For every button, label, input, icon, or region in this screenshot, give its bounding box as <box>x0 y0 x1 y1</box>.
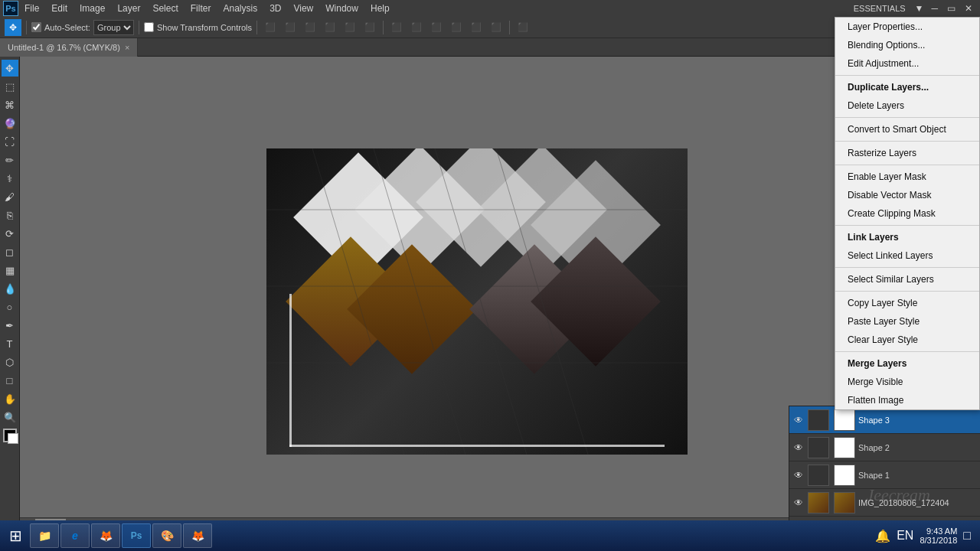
workspace-dropdown[interactable]: ▼ <box>912 3 927 14</box>
auto-select-dropdown[interactable]: Group Layer <box>93 20 134 35</box>
brush-tool[interactable]: 🖌 <box>2 188 18 205</box>
menu-layer[interactable]: Layer <box>111 2 146 15</box>
layer-eye-shape2[interactable]: 👁 <box>792 442 805 453</box>
transform-controls-checkbox[interactable] <box>144 22 154 32</box>
menu-image[interactable]: Image <box>74 2 111 15</box>
hand-tool[interactable]: ✋ <box>2 390 18 407</box>
taskbar-file-explorer[interactable]: 📁 <box>30 523 59 548</box>
heal-tool[interactable]: ⚕ <box>2 170 18 187</box>
quick-select-tool[interactable]: 🔮 <box>2 115 18 132</box>
sep3 <box>256 21 257 34</box>
align-center-btn[interactable]: ⬛ <box>282 21 299 34</box>
ctx-blending-options[interactable]: Blending Options... <box>835 36 979 54</box>
foreground-color[interactable] <box>3 429 17 442</box>
gradient-tool[interactable]: ▦ <box>2 262 18 279</box>
ctx-copy-layer-style[interactable]: Copy Layer Style <box>835 294 979 312</box>
clone-tool[interactable]: ⎘ <box>2 207 18 223</box>
taskbar-app5[interactable]: 🦊 <box>183 523 212 548</box>
menu-help[interactable]: Help <box>364 2 396 15</box>
taskbar-firefox[interactable]: 🦊 <box>91 523 120 548</box>
ctx-select-linked-layers[interactable]: Select Linked Layers <box>835 246 979 265</box>
layer-row-shape3[interactable]: 👁 Shape 3 <box>789 406 980 434</box>
distribute-h-btn[interactable]: ⬛ <box>388 21 405 34</box>
eraser-tool[interactable]: ◻ <box>2 243 18 260</box>
path-tool[interactable]: ⬡ <box>2 354 18 370</box>
distribute-3-btn[interactable]: ⬛ <box>428 21 445 34</box>
layer-name-shape1: Shape 1 <box>858 471 977 480</box>
align-right-btn[interactable]: ⬛ <box>302 21 318 34</box>
align-left-btn[interactable]: ⬛ <box>262 21 279 34</box>
crop-tool[interactable]: ⛶ <box>2 133 18 150</box>
history-brush[interactable]: ⟳ <box>2 225 18 242</box>
ctx-delete-layers[interactable]: Delete Layers <box>835 96 979 115</box>
ctx-create-clipping-mask[interactable]: Create Clipping Mask <box>835 204 979 223</box>
language-icon[interactable]: EN <box>897 529 913 543</box>
ctx-merge-visible[interactable]: Merge Visible <box>835 373 979 391</box>
menu-filter[interactable]: Filter <box>185 2 217 15</box>
blur-tool[interactable]: 💧 <box>2 280 18 297</box>
menu-file[interactable]: File <box>18 2 45 15</box>
distribute-v-btn[interactable]: ⬛ <box>408 21 425 34</box>
eyedropper-tool[interactable]: ✏ <box>2 152 18 168</box>
taskbar-photoshop[interactable]: Ps <box>122 523 151 548</box>
layer-eye-shape3[interactable]: 👁 <box>792 415 805 425</box>
ctx-rasterize-layers[interactable]: Rasterize Layers <box>835 144 979 162</box>
ctx-disable-vector-mask[interactable]: Disable Vector Mask <box>835 186 979 204</box>
selection-tool[interactable]: ⬚ <box>2 78 18 95</box>
ctx-duplicate-layers[interactable]: Duplicate Layers... <box>835 78 979 96</box>
arrange-btn[interactable]: ⬛ <box>514 21 531 34</box>
ctx-flatten-image[interactable]: Flatten Image <box>835 391 979 409</box>
notification-icon[interactable]: 🔔 <box>875 529 890 543</box>
text-tool[interactable]: T <box>2 335 18 352</box>
pen-tool[interactable]: ✒ <box>2 317 18 334</box>
photoshop-taskbar-icon: Ps <box>129 528 144 543</box>
sep5 <box>509 21 510 34</box>
ctx-sep1 <box>835 75 979 76</box>
start-button[interactable]: ⊞ <box>3 523 28 548</box>
window-minimize[interactable]: ─ <box>926 3 942 14</box>
workspace-label[interactable]: ESSENTIALS <box>848 4 912 13</box>
align-middle-btn[interactable]: ⬛ <box>341 21 358 34</box>
ctx-convert-smart-object[interactable]: Convert to Smart Object <box>835 120 979 139</box>
show-desktop-icon[interactable]: □ <box>963 529 971 543</box>
ctx-select-similar-layers[interactable]: Select Similar Layers <box>835 270 979 289</box>
menu-bar: Ps File Edit Image Layer Select Filter A… <box>0 0 980 17</box>
tab-close-btn[interactable]: × <box>125 43 129 52</box>
window-restore[interactable]: ▭ <box>942 3 960 14</box>
ctx-enable-layer-mask[interactable]: Enable Layer Mask <box>835 168 979 186</box>
layer-row-shape2[interactable]: 👁 Shape 2 <box>789 434 980 461</box>
ctx-edit-adjustment[interactable]: Edit Adjustment... <box>835 54 979 73</box>
layer-row-shape1[interactable]: 👁 Shape 1 <box>789 461 980 489</box>
distribute-5-btn[interactable]: ⬛ <box>468 21 485 34</box>
menu-3d[interactable]: 3D <box>263 2 287 15</box>
taskbar-edge[interactable]: e <box>60 523 90 548</box>
align-bottom-btn[interactable]: ⬛ <box>361 21 378 34</box>
layer-eye-shape1[interactable]: 👁 <box>792 470 805 481</box>
menu-edit[interactable]: Edit <box>45 2 74 15</box>
distribute-4-btn[interactable]: ⬛ <box>448 21 465 34</box>
ctx-link-layers[interactable]: Link Layers <box>835 228 979 246</box>
ctx-merge-layers[interactable]: Merge Layers <box>835 354 979 373</box>
menu-analysis[interactable]: Analysis <box>217 2 263 15</box>
taskbar-right: 🔔 EN 9:43 AM 8/31/2018 □ <box>875 527 977 545</box>
align-top-btn[interactable]: ⬛ <box>322 21 338 34</box>
layer-row-img[interactable]: 👁 IMG_20180806_172404 <box>789 489 980 517</box>
zoom-tool[interactable]: 🔍 <box>2 409 18 425</box>
document-tab[interactable]: Untitled-1 @ 16.7% (CMYK/8) × <box>0 38 138 57</box>
menu-window[interactable]: Window <box>319 2 364 15</box>
menu-view[interactable]: View <box>287 2 319 15</box>
ctx-paste-layer-style[interactable]: Paste Layer Style <box>835 312 979 331</box>
dodge-tool[interactable]: ○ <box>2 298 18 315</box>
lasso-tool[interactable]: ⌘ <box>2 96 18 113</box>
ctx-layer-properties[interactable]: Layer Properties... <box>835 18 979 36</box>
move-tool-icon[interactable]: ✥ <box>5 19 21 36</box>
window-close[interactable]: ✕ <box>960 3 977 14</box>
ctx-clear-layer-style[interactable]: Clear Layer Style <box>835 331 979 349</box>
taskbar-app4[interactable]: 🎨 <box>152 523 181 548</box>
distribute-6-btn[interactable]: ⬛ <box>488 21 505 34</box>
menu-select[interactable]: Select <box>146 2 184 15</box>
shape-tool[interactable]: □ <box>2 372 18 389</box>
move-tool[interactable]: ✥ <box>2 60 18 77</box>
auto-select-checkbox[interactable] <box>31 22 41 32</box>
layer-eye-img[interactable]: 👁 <box>792 497 805 508</box>
